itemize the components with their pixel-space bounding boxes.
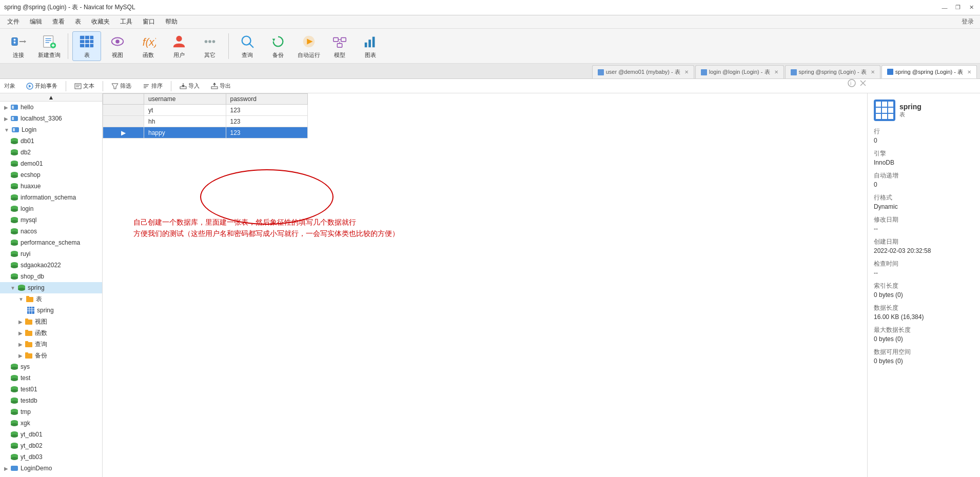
- svg-point-1: [14, 38, 16, 41]
- sidebar-item-perf-schema[interactable]: performance_schema: [0, 237, 102, 248]
- toolbar-func-btn[interactable]: f(x) 函数: [134, 31, 163, 61]
- sidebar-item-tmp[interactable]: tmp: [0, 406, 102, 418]
- menu-favorites[interactable]: 收藏夹: [86, 16, 115, 28]
- svg-rect-105: [26, 296, 29, 298]
- tab-login-login[interactable]: login @login (Login) - 表 ✕: [695, 65, 784, 78]
- sidebar-item-huaxue[interactable]: huaxue: [0, 181, 102, 192]
- col-username[interactable]: username: [144, 94, 226, 105]
- sidebar-item-demo01[interactable]: demo01: [0, 158, 102, 169]
- menu-file[interactable]: 文件: [2, 16, 25, 28]
- svg-point-21: [205, 40, 208, 43]
- auto-inc-value: 0: [874, 181, 974, 188]
- sidebar-item-shop-db[interactable]: shop_db: [0, 271, 102, 282]
- filter-btn[interactable]: 筛选: [107, 81, 136, 91]
- row3-password[interactable]: 123: [226, 127, 308, 138]
- sidebar-item-funcs-folder[interactable]: ▶ 函数: [0, 327, 102, 339]
- toolbar-chart-btn[interactable]: 图表: [356, 31, 385, 61]
- tab2-close[interactable]: ✕: [774, 69, 778, 75]
- toolbar-query-btn[interactable]: 查询: [233, 31, 262, 61]
- sidebar-item-spring[interactable]: ▼ spring: [0, 282, 102, 293]
- toolbar-user-btn[interactable]: 用户: [165, 31, 193, 61]
- table-row[interactable]: yt 123: [103, 105, 308, 116]
- row2-username[interactable]: hh: [144, 116, 226, 127]
- svg-point-2: [14, 42, 16, 44]
- toolbar-newquery-btn[interactable]: 新建查询: [35, 31, 64, 61]
- sidebar-item-yt-db01[interactable]: yt_db01: [0, 429, 102, 440]
- sidebar-item-sys[interactable]: sys: [0, 361, 102, 372]
- toolbar-other-btn[interactable]: 其它: [195, 31, 224, 61]
- tab-user-demo01[interactable]: user @demo01 (mybaby) - 表 ✕: [592, 65, 694, 78]
- sidebar-item-xgk[interactable]: xgk: [0, 418, 102, 429]
- import-btn[interactable]: 导入: [175, 81, 204, 91]
- sidebar-item-login-db[interactable]: login: [0, 203, 102, 214]
- text-btn[interactable]: 文本: [70, 81, 99, 91]
- tab-spring-2[interactable]: spring @spring (Login) - 表 ✕: [881, 65, 977, 78]
- tab4-close[interactable]: ✕: [967, 69, 971, 75]
- begin-transaction-btn[interactable]: 开始事务: [22, 81, 62, 91]
- svg-point-133: [11, 412, 18, 415]
- sidebar-item-LoginDemo[interactable]: ▶ LoginDemo: [0, 463, 102, 474]
- tab3-close[interactable]: ✕: [871, 69, 875, 75]
- menu-edit[interactable]: 编辑: [25, 16, 47, 28]
- sidebar-item-test01[interactable]: test01: [0, 384, 102, 395]
- sidebar-item-mysql[interactable]: mysql: [0, 214, 102, 226]
- tab-spring-1[interactable]: spring @spring (Login) - 表 ✕: [785, 65, 880, 78]
- test-icon: [10, 374, 18, 382]
- sidebar-item-localhost[interactable]: ▶ localhost_3306: [0, 113, 102, 124]
- sidebar-item-spring-table[interactable]: spring: [0, 305, 102, 316]
- close-button[interactable]: ✕: [967, 3, 976, 12]
- toolbar-backup-btn[interactable]: 备份: [264, 31, 292, 61]
- export-btn[interactable]: 导出: [206, 81, 236, 91]
- sidebar-item-yt-db03[interactable]: yt_db03: [0, 451, 102, 463]
- sidebar-item-mybaby[interactable]: mybaby: [0, 474, 102, 477]
- sidebar-item-ecshop[interactable]: ecshop: [0, 169, 102, 181]
- row1-username[interactable]: yt: [144, 105, 226, 116]
- tab1-close[interactable]: ✕: [684, 69, 689, 75]
- menu-window[interactable]: 窗口: [138, 16, 160, 28]
- sidebar-item-hello[interactable]: ▶ hello: [0, 102, 102, 113]
- sidebar-item-Login[interactable]: ▼ Login: [0, 124, 102, 135]
- minimize-button[interactable]: —: [940, 3, 949, 12]
- sidebar-item-test[interactable]: test: [0, 372, 102, 384]
- login-button[interactable]: 登录: [957, 16, 978, 28]
- sidebar-item-db01[interactable]: db01: [0, 135, 102, 147]
- sidebar-item-sdgaokao[interactable]: sdgaokao2022: [0, 260, 102, 271]
- sidebar-item-backups-folder[interactable]: ▶ 备份: [0, 350, 102, 361]
- row1-password[interactable]: 123: [226, 105, 308, 116]
- scroll-up-btn[interactable]: ▲: [0, 93, 102, 102]
- row3-username[interactable]: happy: [144, 127, 226, 138]
- menu-bar: 文件 编辑 查看 表 收藏夹 工具 窗口 帮助 登录: [0, 15, 980, 29]
- toolbar-sep1: [68, 33, 68, 59]
- sidebar-item-info-schema[interactable]: information_schema: [0, 192, 102, 203]
- toolbar-table-btn[interactable]: 表: [72, 31, 101, 61]
- toolbar-view-btn[interactable]: 视图: [103, 31, 132, 61]
- db01-label: db01: [21, 137, 34, 145]
- toolbar-connect-btn[interactable]: 连接: [4, 31, 33, 61]
- toolbar-autorun-btn[interactable]: 自动运行: [295, 31, 323, 61]
- chart-label: 图表: [365, 51, 376, 59]
- menu-view[interactable]: 查看: [47, 16, 70, 28]
- table-label: 表: [84, 51, 90, 59]
- sidebar-item-nacos[interactable]: nacos: [0, 226, 102, 237]
- nacos-icon: [10, 227, 18, 235]
- sidebar-item-tables-folder[interactable]: ▼ 表: [0, 293, 102, 305]
- row2-password[interactable]: 123: [226, 116, 308, 127]
- menu-help[interactable]: 帮助: [160, 16, 183, 28]
- sidebar-item-testdb[interactable]: testdb: [0, 395, 102, 406]
- sidebar-item-db2[interactable]: db2: [0, 147, 102, 158]
- ruyi-icon: [10, 250, 18, 258]
- menu-table[interactable]: 表: [70, 16, 86, 28]
- col-password[interactable]: password: [226, 94, 308, 105]
- menu-tools[interactable]: 工具: [115, 16, 138, 28]
- sidebar-item-views-folder[interactable]: ▶ 视图: [0, 316, 102, 327]
- sort-btn[interactable]: 排序: [138, 81, 167, 91]
- maximize-button[interactable]: ❐: [953, 3, 963, 12]
- table-row[interactable]: hh 123: [103, 116, 308, 127]
- sidebar-item-queries-folder[interactable]: ▶ 查询: [0, 339, 102, 350]
- row-indicator-1: [103, 105, 144, 116]
- toolbar-model-btn[interactable]: 模型: [325, 31, 354, 61]
- sidebar-item-yt-db02[interactable]: yt_db02: [0, 440, 102, 451]
- table-row-selected[interactable]: ▶ happy 123: [103, 127, 308, 138]
- svg-point-20: [176, 35, 182, 41]
- sidebar-item-ruyi[interactable]: ruyi: [0, 248, 102, 260]
